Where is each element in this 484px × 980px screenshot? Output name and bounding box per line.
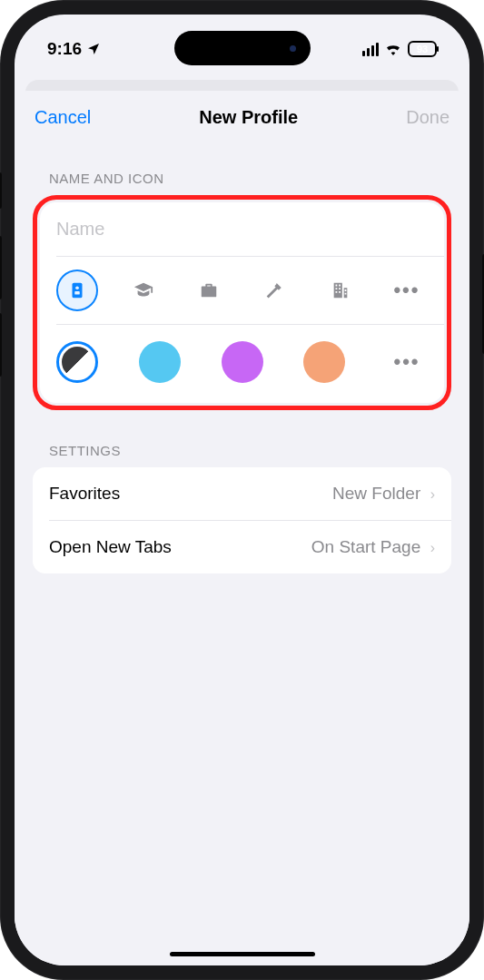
annotation-highlight: ••• ••• (33, 195, 451, 410)
nav-bar: Cancel New Profile Done (15, 91, 469, 143)
hammer-icon (265, 280, 285, 300)
icon-option-briefcase[interactable] (188, 270, 230, 311)
svg-rect-0 (73, 283, 83, 299)
battery-percent: 93 (417, 44, 428, 54)
open-new-tabs-row[interactable]: Open New Tabs On Start Page › (33, 521, 451, 573)
status-time: 9:16 (47, 39, 82, 59)
icon-option-graduation[interactable] (123, 270, 164, 311)
page-title: New Profile (199, 107, 298, 128)
building-icon (331, 280, 351, 300)
svg-rect-2 (74, 291, 80, 295)
favorites-row[interactable]: Favorites New Folder › (33, 467, 451, 520)
briefcase-icon (199, 280, 219, 300)
chevron-right-icon: › (430, 540, 435, 555)
color-option-purple[interactable] (222, 341, 263, 383)
hw-silent-switch (0, 172, 2, 209)
favorites-value: New Folder (332, 484, 420, 503)
device-frame: 9:16 93 Cancel New Profile Done NAME AND (0, 0, 484, 980)
cellular-icon (362, 43, 379, 56)
settings-card: Favorites New Folder › Open New Tabs On … (33, 467, 451, 573)
name-input[interactable] (56, 219, 428, 240)
dynamic-island (174, 31, 311, 65)
bw-swatch-icon (62, 347, 93, 377)
modal-sheet: Cancel New Profile Done NAME AND ICON (15, 91, 469, 965)
icon-option-hammer[interactable] (254, 270, 296, 311)
icon-more-button[interactable]: ••• (386, 279, 428, 302)
icon-picker-row: ••• (40, 257, 444, 324)
color-more-button[interactable]: ••• (386, 350, 428, 374)
color-option-bw[interactable] (56, 341, 98, 383)
id-card-icon (67, 280, 87, 300)
name-row[interactable] (40, 202, 444, 256)
icon-option-id-card[interactable] (56, 270, 98, 311)
cancel-button[interactable]: Cancel (35, 107, 91, 128)
location-icon (86, 42, 101, 56)
battery-indicator: 93 (408, 41, 437, 57)
open-new-tabs-value: On Start Page (311, 537, 420, 556)
color-option-blue[interactable] (139, 341, 181, 383)
favorites-label: Favorites (49, 484, 120, 504)
content-area: NAME AND ICON (15, 143, 469, 593)
hw-vol-up (0, 236, 2, 299)
open-new-tabs-label: Open New Tabs (49, 537, 172, 557)
icon-option-building[interactable] (320, 270, 361, 311)
color-picker-row: ••• (40, 325, 444, 403)
name-icon-card: ••• ••• (40, 202, 444, 403)
home-indicator[interactable] (170, 952, 315, 956)
section-header-name-icon: NAME AND ICON (33, 163, 451, 195)
wifi-icon (384, 43, 402, 55)
svg-point-1 (75, 286, 79, 289)
color-option-orange[interactable] (303, 341, 345, 383)
graduation-cap-icon (133, 280, 153, 300)
done-button[interactable]: Done (406, 107, 449, 128)
screen: 9:16 93 Cancel New Profile Done NAME AND (15, 15, 469, 965)
chevron-right-icon: › (430, 486, 435, 502)
section-header-settings: SETTINGS (33, 436, 451, 467)
hw-vol-down (0, 313, 2, 377)
